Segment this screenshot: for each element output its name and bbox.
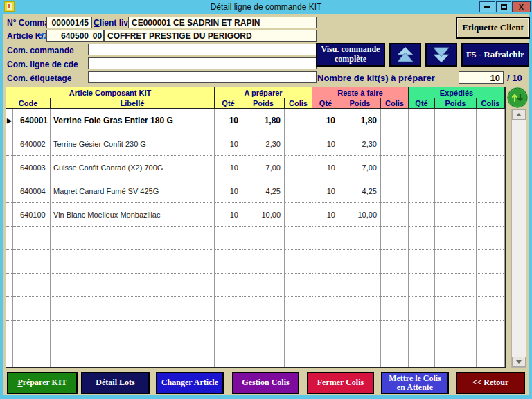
empty-cell[interactable] <box>285 344 312 368</box>
empty-cell[interactable] <box>285 274 312 297</box>
cell-rf-colis[interactable] <box>381 132 409 156</box>
cell-ap-colis[interactable] <box>285 179 312 203</box>
cell-ap-poids[interactable]: 7,00 <box>242 156 285 179</box>
fermer-colis-button[interactable]: Fermer Colis <box>307 372 374 394</box>
empty-cell[interactable] <box>381 227 409 250</box>
empty-cell[interactable] <box>339 274 381 297</box>
etiquette-client-button[interactable]: Etiquette Client <box>456 17 530 39</box>
article-sub-input[interactable]: 00 <box>91 30 104 42</box>
cell-libelle[interactable]: Magret Canard Fumé SV 425G <box>51 179 215 203</box>
empty-cell[interactable] <box>312 274 339 297</box>
cell-rf-poids[interactable]: 2,30 <box>339 132 381 156</box>
cell-ex-poids[interactable] <box>435 156 477 179</box>
empty-cell[interactable] <box>17 321 51 344</box>
empty-cell[interactable] <box>435 344 477 368</box>
cell-libelle[interactable]: Cuisse Confit Canrad (X2) 700G <box>51 156 215 179</box>
cell-ex-poids[interactable] <box>435 132 477 156</box>
cell-ex-colis[interactable] <box>477 203 505 227</box>
client-input[interactable]: CE000001 CE SADRIN ET RAPIN <box>128 17 317 28</box>
empty-cell[interactable] <box>51 274 215 297</box>
cell-libelle[interactable]: Verrine Foie Gras Entier 180 G <box>51 109 215 132</box>
cell-rf-poids[interactable]: 10,00 <box>339 203 381 227</box>
empty-cell[interactable] <box>409 250 435 274</box>
empty-cell[interactable] <box>242 227 285 250</box>
cell-ap-qte[interactable]: 10 <box>215 179 242 203</box>
empty-cell[interactable] <box>381 344 409 368</box>
scroll-up-button[interactable] <box>389 43 421 66</box>
empty-cell[interactable] <box>477 250 505 274</box>
empty-cell[interactable] <box>17 274 51 297</box>
empty-cell[interactable] <box>215 227 242 250</box>
empty-cell[interactable] <box>215 344 242 368</box>
cell-ap-qte[interactable]: 10 <box>215 132 242 156</box>
empty-cell[interactable] <box>215 250 242 274</box>
cell-code[interactable]: 640004 <box>17 179 51 203</box>
cell-ex-qte[interactable] <box>409 132 435 156</box>
scrollbar-down-arrow[interactable] <box>512 357 526 367</box>
empty-cell[interactable] <box>477 297 505 321</box>
empty-cell[interactable] <box>477 344 505 368</box>
empty-cell[interactable] <box>381 321 409 344</box>
empty-cell[interactable] <box>312 227 339 250</box>
empty-cell[interactable] <box>51 227 215 250</box>
commande-input[interactable]: 00000145 <box>46 17 92 28</box>
scrollbar-up-arrow[interactable] <box>512 109 526 120</box>
empty-cell[interactable] <box>409 321 435 344</box>
cell-ex-poids[interactable] <box>435 109 477 132</box>
empty-cell[interactable] <box>477 274 505 297</box>
cell-ex-poids[interactable] <box>435 203 477 227</box>
empty-cell[interactable] <box>312 250 339 274</box>
cell-ex-colis[interactable] <box>477 109 505 132</box>
cell-ex-colis[interactable] <box>477 132 505 156</box>
scroll-down-button[interactable] <box>425 43 457 66</box>
empty-cell[interactable] <box>242 344 285 368</box>
cell-ap-colis[interactable] <box>285 203 312 227</box>
cell-rf-qte[interactable]: 10 <box>312 109 339 132</box>
empty-cell[interactable] <box>17 227 51 250</box>
empty-cell[interactable] <box>339 297 381 321</box>
empty-cell[interactable] <box>409 227 435 250</box>
empty-cell[interactable] <box>285 227 312 250</box>
empty-cell[interactable] <box>242 321 285 344</box>
gestion-colis-button[interactable]: Gestion Colis <box>232 372 299 394</box>
cell-ap-qte[interactable]: 10 <box>215 109 242 132</box>
com-etiquetage-input[interactable] <box>88 71 317 83</box>
empty-cell[interactable] <box>477 227 505 250</box>
empty-cell[interactable] <box>51 250 215 274</box>
colis-attente-button[interactable]: Mettre le Colis en Attente <box>381 372 449 394</box>
cell-ap-colis[interactable] <box>285 156 312 179</box>
empty-cell[interactable] <box>17 344 51 368</box>
row-selector[interactable] <box>6 203 13 227</box>
preparer-kit-button[interactable]: Préparer KIT <box>7 372 78 394</box>
changer-article-button[interactable]: Changer Article <box>156 372 224 394</box>
empty-cell[interactable] <box>435 227 477 250</box>
empty-cell[interactable] <box>381 274 409 297</box>
cell-rf-colis[interactable] <box>381 109 409 132</box>
empty-cell[interactable] <box>409 297 435 321</box>
empty-cell[interactable] <box>285 250 312 274</box>
cell-rf-qte[interactable]: 10 <box>312 156 339 179</box>
sync-icon[interactable] <box>507 87 528 108</box>
cell-ap-poids[interactable]: 2,30 <box>242 132 285 156</box>
empty-cell[interactable] <box>339 344 381 368</box>
empty-cell[interactable] <box>17 250 51 274</box>
cell-rf-qte[interactable]: 10 <box>312 179 339 203</box>
empty-cell[interactable] <box>435 297 477 321</box>
cell-code[interactable]: 640001 <box>17 109 51 132</box>
empty-cell[interactable] <box>285 297 312 321</box>
cell-ex-qte[interactable] <box>409 179 435 203</box>
cell-libelle[interactable]: Terrine Gésier Confit 230 G <box>51 132 215 156</box>
empty-cell[interactable] <box>381 250 409 274</box>
cell-rf-qte[interactable]: 10 <box>312 203 339 227</box>
cell-ap-qte[interactable]: 10 <box>215 203 242 227</box>
empty-cell[interactable] <box>51 344 215 368</box>
cell-ap-colis[interactable] <box>285 109 312 132</box>
cell-rf-colis[interactable] <box>381 203 409 227</box>
empty-cell[interactable] <box>215 274 242 297</box>
row-selector[interactable]: ▶ <box>6 109 13 132</box>
row-selector[interactable] <box>6 132 13 156</box>
f5-rafraichir-button[interactable]: F5 - Rafraichir <box>461 43 529 66</box>
cell-ex-colis[interactable] <box>477 179 505 203</box>
article-libelle-input[interactable]: COFFRET PRESTIGE DU PERIGORD <box>104 30 317 42</box>
cell-rf-qte[interactable]: 10 <box>312 132 339 156</box>
